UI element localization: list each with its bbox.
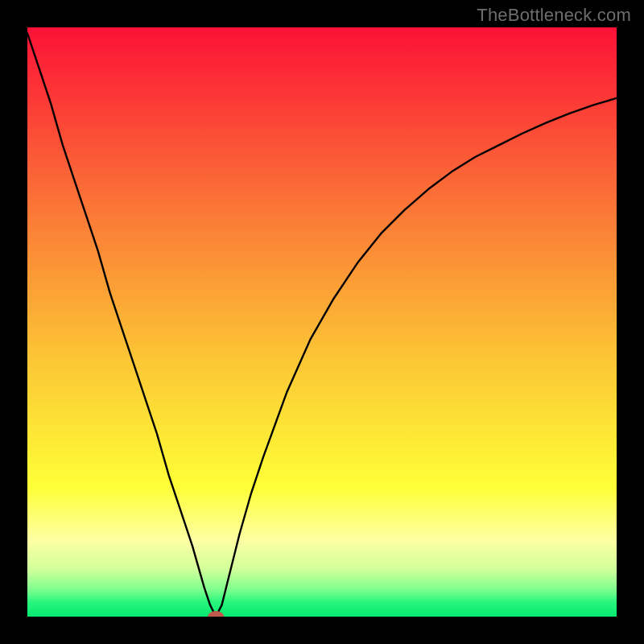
- watermark-text: TheBottleneck.com: [477, 5, 631, 26]
- chart-background: [27, 27, 617, 617]
- chart-plot-area: [27, 27, 617, 617]
- chart-frame: TheBottleneck.com: [0, 0, 644, 644]
- chart-svg: [27, 27, 617, 617]
